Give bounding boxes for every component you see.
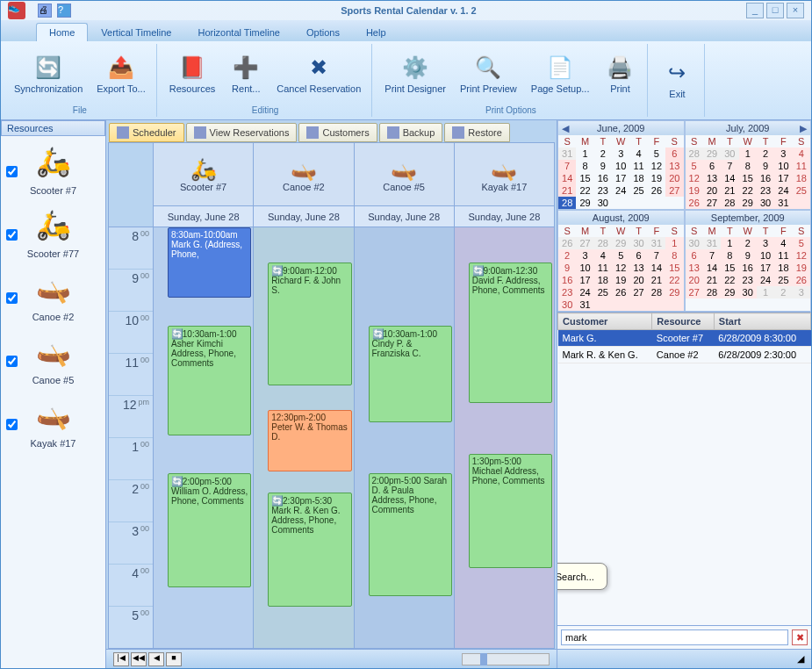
ribbon-print-preview-button[interactable]: 🔍Print Preview (455, 44, 522, 104)
cal-day[interactable]: 27 (629, 286, 647, 299)
cal-day[interactable]: 23 (739, 274, 757, 286)
cal-day[interactable]: 19 (793, 262, 810, 274)
cal-day[interactable]: 25 (594, 286, 612, 299)
cal-day[interactable]: 27 (703, 197, 721, 209)
cal-day[interactable]: 8 (665, 249, 683, 262)
reservation-event[interactable]: 2:00pm-5:00 Sarah D. & Paula Address, Ph… (369, 473, 452, 596)
cal-day[interactable]: 9 (594, 160, 612, 172)
cal-day[interactable]: 7 (648, 249, 665, 262)
scheduler-column[interactable]: 🛶Kayak #17Sunday, June 28🔄 9:00am-12:30 … (454, 143, 554, 648)
cal-day[interactable]: 23 (594, 184, 612, 197)
cal-day[interactable]: 8 (576, 160, 593, 172)
ribbon-page-setup--button[interactable]: 📄Page Setup... (526, 44, 595, 104)
cal-day[interactable]: 18 (774, 262, 792, 274)
ribbon-cancel-reservation-button[interactable]: ✖Cancel Reservation (271, 44, 366, 104)
resource-checkbox[interactable] (6, 419, 18, 430)
cal-day[interactable]: 29 (576, 197, 593, 209)
cal-day[interactable]: 18 (629, 172, 647, 184)
minimize-button[interactable]: _ (746, 3, 764, 18)
close-button[interactable]: × (787, 3, 804, 18)
cal-day[interactable]: 29 (739, 197, 757, 209)
cal-day[interactable]: 15 (576, 172, 593, 184)
scheduler-column[interactable]: 🛶Canoe #5Sunday, June 28🔄 10:30am-1:00 C… (354, 143, 454, 648)
cal-day[interactable]: 22 (576, 184, 593, 197)
cal-day[interactable]: 30 (558, 299, 576, 311)
grid-header[interactable]: Customer (558, 313, 652, 330)
cal-day[interactable]: 26 (686, 197, 703, 209)
cal-day[interactable]: 13 (686, 262, 703, 274)
ribbon-print-button[interactable]: 🖨️Print (598, 44, 642, 104)
cal-day[interactable]: 26 (648, 184, 665, 197)
cal-day[interactable]: 13 (703, 172, 721, 184)
cal-day[interactable]: 6 (665, 147, 683, 160)
nav-stop[interactable]: ■ (166, 652, 182, 666)
cal-day[interactable]: 10 (774, 160, 792, 172)
cal-day[interactable]: 25 (774, 274, 792, 286)
cal-day[interactable]: 13 (629, 262, 647, 274)
cal-day[interactable]: 11 (774, 249, 792, 262)
cal-day[interactable]: 7 (721, 160, 738, 172)
cal-day[interactable]: 29 (665, 286, 683, 299)
reservation-event[interactable]: 🔄 10:30am-1:00 Cindy P. & Franziska C. (369, 326, 452, 422)
cal-day[interactable]: 3 (757, 237, 774, 249)
cal-day[interactable]: 9 (757, 160, 774, 172)
cal-day[interactable]: 24 (612, 184, 629, 197)
grid-header[interactable]: Start (714, 313, 810, 330)
cal-day[interactable]: 11 (594, 262, 612, 274)
cal-day[interactable]: 15 (721, 262, 738, 274)
ribbon-tab-help[interactable]: Help (353, 23, 399, 41)
grid-header[interactable]: Resource (652, 313, 715, 330)
cal-day[interactable]: 14 (721, 172, 738, 184)
cal-day[interactable]: 17 (774, 172, 792, 184)
cal-day[interactable]: 16 (594, 172, 612, 184)
cal-day[interactable]: 5 (686, 160, 703, 172)
cal-day[interactable]: 5 (648, 147, 665, 160)
subtab-restore[interactable]: Restore (444, 123, 510, 142)
cal-day[interactable]: 7 (558, 160, 576, 172)
resource-item[interactable]: 🛶Canoe #5 (4, 329, 102, 385)
cal-day[interactable]: 19 (686, 184, 703, 197)
cal-day[interactable]: 14 (648, 262, 665, 274)
cal-day[interactable]: 22 (665, 274, 683, 286)
cal-day[interactable]: 13 (665, 160, 683, 172)
cal-day[interactable]: 21 (721, 184, 738, 197)
mini-calendar[interactable]: July, 2009▶SMTWTFS2829301234567891011121… (685, 120, 812, 210)
cal-day[interactable]: 31 (774, 197, 792, 209)
cal-day[interactable]: 28 (721, 197, 738, 209)
cal-day[interactable]: 9 (739, 249, 757, 262)
cal-day[interactable]: 8 (721, 249, 738, 262)
reservation-event[interactable]: 🔄 10:30am-1:00 Asher Kimchi Address, Pho… (168, 326, 251, 435)
cal-day[interactable]: 11 (629, 160, 647, 172)
search-clear-button[interactable]: ✖ (792, 629, 808, 645)
cal-day[interactable]: 30 (594, 197, 612, 209)
cal-day[interactable]: 20 (686, 274, 703, 286)
mini-calendar[interactable]: ◀June, 2009SMTWTFS3112345678910111213141… (557, 120, 685, 210)
search-input[interactable] (561, 629, 788, 645)
cal-day[interactable]: 24 (576, 286, 593, 299)
cal-day[interactable]: 26 (612, 286, 629, 299)
cal-day[interactable]: 10 (757, 249, 774, 262)
cal-day[interactable]: 29 (721, 286, 738, 299)
cal-day[interactable]: 4 (793, 147, 810, 160)
nav-back[interactable]: ◀ (148, 652, 164, 666)
cal-day[interactable]: 5 (793, 237, 810, 249)
cal-day[interactable]: 6 (629, 249, 647, 262)
cal-day[interactable]: 2 (594, 147, 612, 160)
cal-day[interactable]: 11 (793, 160, 810, 172)
cal-day[interactable]: 30 (739, 286, 757, 299)
zoom-slider[interactable] (462, 653, 550, 665)
cal-day[interactable]: 4 (629, 147, 647, 160)
nav-prev[interactable]: ◀◀ (131, 652, 147, 666)
cal-day[interactable]: 14 (558, 172, 576, 184)
cal-day[interactable]: 26 (793, 274, 810, 286)
cal-day[interactable]: 7 (703, 249, 721, 262)
cal-day[interactable]: 31 (576, 299, 593, 311)
ribbon-print-designer-button[interactable]: ⚙️Print Designer (379, 44, 451, 104)
cal-day[interactable]: 1 (721, 237, 738, 249)
cal-day[interactable]: 20 (703, 184, 721, 197)
cal-prev-icon[interactable]: ◀ (562, 123, 569, 134)
resource-checkbox[interactable] (6, 229, 18, 241)
mini-calendar[interactable]: August, 2009SMTWTFS262728293031123456789… (557, 210, 685, 312)
cal-day[interactable]: 14 (703, 262, 721, 274)
resource-checkbox[interactable] (6, 356, 18, 367)
